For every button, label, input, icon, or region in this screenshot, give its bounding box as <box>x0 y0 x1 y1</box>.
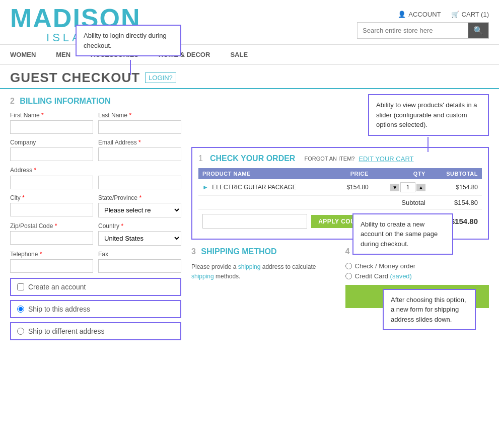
company-label: Company <box>10 139 93 146</box>
login-link[interactable]: LOGIN? <box>145 72 176 83</box>
forgot-item-text: FORGOT AN ITEM? <box>304 156 354 162</box>
qty-up-button[interactable]: ▲ <box>416 184 425 191</box>
address-group2 <box>98 176 181 189</box>
country-group: Country * United States <box>98 222 181 246</box>
ship-to-this-label: Ship to this address <box>28 305 90 313</box>
company-input[interactable] <box>10 147 93 161</box>
address-group1 <box>10 176 93 189</box>
state-select[interactable]: Please select re <box>98 203 181 217</box>
payment-check-label: Check / Money order <box>355 262 416 270</box>
right-panel: Ability to view products' details in a s… <box>191 97 489 340</box>
billing-section-number: 2 <box>10 97 15 105</box>
header-top-links: 👤 ACCOUNT 🛒 CART (1) <box>398 11 489 18</box>
ship-to-different-radio[interactable] <box>17 328 24 335</box>
header-right: 👤 ACCOUNT 🛒 CART (1) 🔍 <box>357 11 489 39</box>
nav: WOMEN MEN ACCESSORIES HOME & DECOR SALE <box>0 45 499 65</box>
login-tooltip: Ability to login directly during checkou… <box>76 25 181 56</box>
account-link[interactable]: 👤 ACCOUNT <box>398 11 441 18</box>
slider-tooltip-line <box>427 137 429 152</box>
coupon-input[interactable] <box>202 214 307 229</box>
order-product-row: ► ELECTRIC GUITAR PACKAGE $154.80 ▼ ▲ $1… <box>198 179 482 196</box>
order-section-number: 1 <box>198 154 203 163</box>
telephone-group: Telephone * <box>10 251 93 273</box>
zip-input[interactable] <box>10 231 93 245</box>
subtotal-row: Subtotal $154.80 <box>198 196 482 210</box>
nav-sale[interactable]: SALE <box>230 51 248 58</box>
fax-input[interactable] <box>98 259 181 273</box>
cart-label: CART (1) <box>462 11 489 18</box>
address-input-2[interactable] <box>98 176 181 189</box>
address-row <box>10 176 181 189</box>
nav-men[interactable]: MEN <box>56 51 70 58</box>
first-name-label: First Name * <box>10 112 93 119</box>
cart-icon: 🛒 <box>451 11 459 18</box>
tel-fax-row: Telephone * Fax <box>10 251 181 273</box>
zip-label: Zip/Postal Code * <box>10 222 93 230</box>
nav-women[interactable]: WOMEN <box>10 51 36 58</box>
product-qty-cell: ▼ ▲ <box>373 179 430 196</box>
shipping-box: 3 SHIPPING METHOD Please provide a shipp… <box>191 247 335 308</box>
ship-to-different-option[interactable]: Ship to different address <box>10 322 181 340</box>
country-select[interactable]: United States <box>98 231 181 246</box>
payment-cc-radio[interactable] <box>345 273 352 279</box>
login-tooltip-line <box>130 60 131 75</box>
city-input[interactable] <box>10 203 93 216</box>
product-triangle-icon: ► <box>202 184 208 191</box>
subtotal-label-cell: Subtotal <box>198 196 430 210</box>
fax-label: Fax <box>98 251 181 258</box>
col-price: PRICE <box>333 168 372 179</box>
search-input[interactable] <box>358 24 468 37</box>
order-header: 1 CHECK YOUR ORDER FORGOT AN ITEM? EDIT … <box>198 154 482 163</box>
shipping-section-title: 3 SHIPPING METHOD <box>191 247 335 256</box>
product-name-cell: ► ELECTRIC GUITAR PACKAGE <box>198 179 333 196</box>
order-table: PRODUCT NAME PRICE QTY SUBTOTAL ► ELECTR… <box>198 168 482 209</box>
telephone-input[interactable] <box>10 259 93 273</box>
billing-section-title: 2 BILLING INFORMATION <box>10 97 181 106</box>
first-name-input[interactable] <box>10 120 93 134</box>
state-group: State/Province * Please select re <box>98 194 181 217</box>
qty-control: ▼ ▲ <box>377 182 425 192</box>
name-row: First Name * Last Name * <box>10 112 181 134</box>
ship-to-this-option[interactable]: Ship to this address <box>10 300 181 318</box>
shipping-description: Please provide a shipping address to cal… <box>191 262 335 281</box>
create-account-tooltip: Ability to create a new account on the s… <box>352 213 453 255</box>
header: MADISON ISLAND 👤 ACCOUNT 🛒 CART (1) 🔍 <box>0 0 499 45</box>
payment-cc-option: Credit Card (saved) <box>345 272 489 280</box>
email-label: Email Address * <box>98 139 181 146</box>
payment-cc-label: Credit Card (saved) <box>355 272 412 280</box>
payment-check-option: Check / Money order <box>345 262 489 270</box>
last-name-label: Last Name * <box>98 112 181 119</box>
address-label-row: Address * <box>10 166 181 174</box>
page-title-area: GUEST CHECKOUT LOGIN? Ability to login d… <box>0 65 499 89</box>
col-subtotal: SUBTOTAL <box>430 168 482 179</box>
cart-link[interactable]: 🛒 CART (1) <box>451 11 489 18</box>
order-table-header-row: PRODUCT NAME PRICE QTY SUBTOTAL <box>198 168 482 179</box>
product-price-cell: $154.80 <box>333 179 372 196</box>
create-account-label: Create an account <box>28 283 86 291</box>
city-label: City * <box>10 194 93 201</box>
first-name-group: First Name * <box>10 112 93 134</box>
search-bar: 🔍 <box>357 22 489 39</box>
payment-check-radio[interactable] <box>345 263 352 269</box>
fax-group: Fax <box>98 251 181 273</box>
col-product-name: PRODUCT NAME <box>198 168 333 179</box>
address-input-1[interactable] <box>10 176 93 189</box>
qty-input[interactable] <box>400 182 415 192</box>
ship-address-tooltip: After choosing this option, a new form f… <box>383 289 476 331</box>
grand-total-value: $154.80 <box>451 217 478 226</box>
create-account-box: Create an account <box>10 278 181 296</box>
product-subtotal-cell: $154.80 <box>430 179 482 196</box>
edit-cart-link[interactable]: EDIT YOUR CART <box>359 155 413 163</box>
last-name-input[interactable] <box>98 120 181 134</box>
create-account-checkbox[interactable] <box>17 283 24 290</box>
ship-to-different-label: Ship to different address <box>28 327 105 335</box>
last-name-group: Last Name * <box>98 112 181 134</box>
email-input[interactable] <box>98 147 181 161</box>
billing-panel: 2 BILLING INFORMATION First Name * Last … <box>10 97 181 340</box>
order-title: CHECK YOUR ORDER <box>210 154 296 163</box>
search-button[interactable]: 🔍 <box>468 23 488 38</box>
email-group: Email Address * <box>98 139 181 161</box>
account-label: ACCOUNT <box>408 11 441 18</box>
qty-down-button[interactable]: ▼ <box>390 184 399 191</box>
ship-to-this-radio[interactable] <box>17 306 24 313</box>
